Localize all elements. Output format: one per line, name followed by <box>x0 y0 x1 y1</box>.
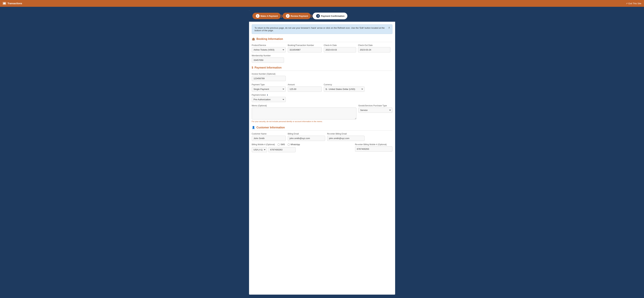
whatsapp-label: WhatsApp <box>290 143 300 146</box>
customer-section-header: 👤 Customer Information <box>252 126 392 131</box>
booking-number-input[interactable] <box>288 47 322 52</box>
customer-name-label: Customer Name <box>252 133 286 135</box>
step-2[interactable]: 2 Review Payment <box>282 13 311 19</box>
invoice-number-group: Invoice Number (Optional) <box>252 73 286 81</box>
billing-email-group: Billing Email <box>288 133 325 141</box>
billing-mobile-input[interactable] <box>268 147 296 152</box>
exit-site-button[interactable]: ↗ Exit This Site <box>626 2 641 5</box>
checkin-date-label: Check-In Date <box>324 44 356 46</box>
mobile-row-container: Billing Mobile # (Optional) SMS WhatsApp <box>252 143 392 152</box>
whatsapp-radio-group: WhatsApp <box>288 143 300 146</box>
checkout-date-input[interactable] <box>358 47 390 52</box>
mobile-label-row: Billing Mobile # (Optional) SMS WhatsApp <box>252 143 353 146</box>
amount-input[interactable] <box>288 87 322 92</box>
membership-number-input[interactable] <box>252 57 284 63</box>
step-2-number: 2 <box>286 14 290 18</box>
transactions-icon <box>3 2 6 5</box>
re-billing-mobile-label: Re-enter Billing Mobile # (Optional) <box>355 143 392 146</box>
customer-name-group: Customer Name <box>252 133 286 141</box>
payment-details-row: Payment Type Single Payment Amount Curre… <box>252 83 392 102</box>
product-service-select[interactable]: Airline Tickets (V003) <box>252 47 286 52</box>
billing-mobile-group: Billing Mobile # (Optional) SMS WhatsApp <box>252 143 353 152</box>
payment-action-select[interactable]: Pre-Authorization <box>252 97 286 102</box>
re-billing-mobile-group: Re-enter Billing Mobile # (Optional) <box>355 143 392 152</box>
customer-row: Customer Name Billing Email Re-enter Bil… <box>252 133 392 141</box>
exit-icon: ↗ <box>626 2 628 5</box>
billing-email-label: Billing Email <box>288 133 325 135</box>
checkin-date-input[interactable] <box>324 47 356 52</box>
memo-group: Memo (Optional) For your security, do no… <box>252 105 356 123</box>
goods-services-label: Goods/Services Purchase Type <box>358 105 392 107</box>
step-1-number: 1 <box>256 14 260 18</box>
memo-label: Memo (Optional) <box>252 105 356 107</box>
step-arrow-1: ❯ <box>280 14 283 18</box>
dollar-icon: $ <box>252 66 253 69</box>
currency-label: Currency <box>324 83 364 86</box>
checkout-date-label: Check-Out Date <box>358 44 390 46</box>
checkout-date-group: Check-Out Date <box>358 44 390 52</box>
payment-type-group: Payment Type Single Payment <box>252 83 286 92</box>
invoice-row: Invoice Number (Optional) <box>252 73 392 81</box>
customer-name-input[interactable] <box>252 136 286 141</box>
amount-group: Amount <box>288 83 322 92</box>
nav-brand: Transactions <box>3 2 22 5</box>
booking-section-title: Booking Information <box>256 37 283 40</box>
stepper: 1 Make A Payment ❯ 2 Review Payment ❯ 3 … <box>249 10 395 22</box>
invoice-number-input[interactable] <box>252 76 286 81</box>
booking-number-label: Booking/Transaction Number <box>288 44 322 46</box>
main-wrapper: 1 Make A Payment ❯ 2 Review Payment ❯ 3 … <box>0 7 644 298</box>
nav-title: Transactions <box>8 2 22 5</box>
step-3-number: 3 <box>316 14 320 18</box>
booking-row: Product/Service Airline Tickets (V003) B… <box>252 44 392 63</box>
phone-prefix-select[interactable]: USA (+1) <box>252 147 267 152</box>
goods-services-select[interactable]: Service <box>358 108 392 113</box>
billing-email-input[interactable] <box>288 136 325 141</box>
mobile-input-row: USA (+1) <box>252 147 353 152</box>
booking-section-header: 🏨 Booking Information <box>252 37 392 42</box>
sms-radio[interactable] <box>278 144 280 146</box>
person-icon: 👤 <box>252 126 255 129</box>
payment-section-header: $ Payment Information <box>252 66 392 71</box>
form-content: 🏨 Booking Information Product/Service Ai… <box>249 37 395 159</box>
payment-section-title: Payment Information <box>254 66 282 69</box>
re-billing-email-input[interactable] <box>327 136 364 141</box>
step-1-label: Make A Payment <box>260 15 278 17</box>
memo-row: Memo (Optional) For your security, do no… <box>252 105 392 123</box>
payment-type-select[interactable]: Single Payment <box>252 87 286 92</box>
re-billing-mobile-input[interactable] <box>355 146 392 152</box>
invoice-number-label: Invoice Number (Optional) <box>252 73 286 75</box>
memo-textarea[interactable] <box>252 108 356 119</box>
content-container: 1 Make A Payment ❯ 2 Review Payment ❯ 3 … <box>249 10 395 295</box>
step-arrow-2: ❯ <box>310 14 313 18</box>
product-service-label: Product/Service <box>252 44 286 46</box>
step-3[interactable]: 3 Payment Confirmation <box>312 12 348 19</box>
goods-services-group: Goods/Services Purchase Type Service <box>358 105 392 123</box>
step-2-label: Review Payment <box>291 15 308 17</box>
membership-number-group: Membership Number <box>252 54 284 63</box>
memo-hint-prefix: For your security, do not include person… <box>252 120 292 123</box>
billing-mobile-label: Billing Mobile # (Optional) <box>252 143 275 146</box>
payment-type-label: Payment Type <box>252 83 286 86</box>
info-banner-text: To return to the previous page, do not u… <box>255 27 384 32</box>
sms-label: SMS <box>280 143 285 146</box>
re-billing-email-label: Re-enter Billing Email <box>327 133 364 135</box>
currency-select[interactable]: $ - United States Dollar (USD) <box>324 87 364 92</box>
payment-action-info-icon[interactable]: ℹ <box>267 94 268 96</box>
membership-number-label: Membership Number <box>252 54 284 57</box>
booking-number-group: Booking/Transaction Number <box>288 44 322 52</box>
customer-section-title: Customer Information <box>256 126 285 129</box>
step-3-label: Payment Confirmation <box>321 15 344 17</box>
payment-action-group: Payment Action ℹ Pre-Authorization <box>252 94 286 102</box>
top-nav: Transactions ↗ Exit This Site <box>0 0 644 7</box>
exit-label: Exit This Site <box>628 2 641 5</box>
info-banner-close[interactable]: ∧ <box>388 26 390 29</box>
step-1[interactable]: 1 Make A Payment <box>252 13 281 19</box>
building-icon: 🏨 <box>252 37 255 40</box>
currency-group: Currency $ - United States Dollar (USD) <box>324 83 364 92</box>
whatsapp-radio[interactable] <box>288 144 290 146</box>
re-billing-email-group: Re-enter Billing Email <box>327 133 364 141</box>
info-banner: To return to the previous page, do not u… <box>252 24 392 34</box>
product-service-group: Product/Service Airline Tickets (V003) <box>252 44 286 52</box>
memo-hint: For your security, do not include person… <box>252 120 356 123</box>
checkin-date-group: Check-In Date <box>324 44 356 52</box>
